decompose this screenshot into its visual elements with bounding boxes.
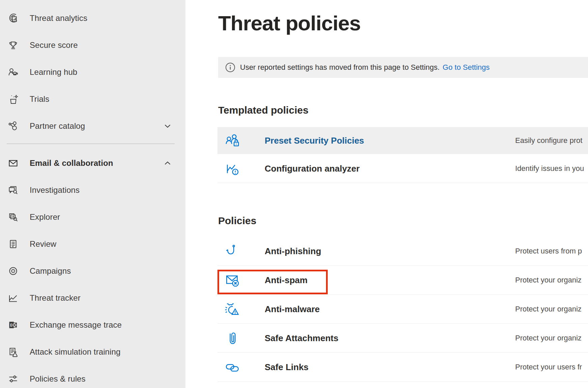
- sidebar-item-attack-simulation-training[interactable]: Attack simulation training: [0, 338, 185, 365]
- trials-icon: [7, 93, 19, 105]
- investigations-icon: [7, 184, 19, 196]
- partner-catalog-icon: [7, 120, 19, 132]
- sidebar-item-label: Learning hub: [30, 67, 77, 77]
- row-anti-malware[interactable]: Anti-malware Protect your organiz: [217, 295, 588, 324]
- threat-policies-page: Threat analytics Secure score: [0, 0, 588, 388]
- row-safe-attachments[interactable]: Safe Attachments Protect your organiz: [217, 324, 588, 353]
- policy-description: Easily configure prot: [515, 136, 582, 145]
- sidebar-item-label: Secure score: [30, 40, 78, 50]
- exchange-message-trace-icon: E: [7, 319, 19, 331]
- row-anti-spam[interactable]: Anti-spam Protect your organiz: [217, 266, 588, 295]
- anti-malware-icon: [224, 301, 240, 317]
- sidebar-item-label: Attack simulation training: [30, 347, 120, 357]
- sidebar-item-label: Exchange message trace: [30, 320, 122, 330]
- threat-tracker-icon: [7, 292, 19, 304]
- policies-heading: Policies: [218, 215, 256, 227]
- threat-analytics-icon: [7, 12, 19, 24]
- policy-name[interactable]: Preset Security Policies: [265, 136, 364, 146]
- sidebar-item-explorer[interactable]: Explorer: [0, 204, 185, 231]
- sidebar-item-exchange-message-trace[interactable]: E Exchange message trace: [0, 311, 185, 338]
- sidebar-item-learning-hub[interactable]: Learning hub: [0, 59, 185, 86]
- sidebar-item-partner-catalog[interactable]: Partner catalog: [0, 113, 185, 140]
- anti-spam-icon: [224, 272, 240, 288]
- policy-description: Protect your organiz: [515, 276, 582, 285]
- preset-security-policies-icon: [224, 132, 240, 149]
- sidebar: Threat analytics Secure score: [0, 0, 185, 388]
- policy-description: Protect your organiz: [515, 334, 582, 342]
- sidebar-item-secure-score[interactable]: Secure score: [0, 32, 185, 59]
- sidebar-item-label: Email & collaboration: [30, 158, 113, 168]
- policies-rules-icon: [7, 373, 19, 385]
- policy-name[interactable]: Configuration analyzer: [265, 163, 360, 174]
- secure-score-icon: [7, 39, 19, 51]
- sidebar-item-threat-analytics[interactable]: Threat analytics: [0, 5, 185, 32]
- sidebar-item-threat-tracker[interactable]: Threat tracker: [0, 285, 185, 311]
- policy-description: Protect your organiz: [515, 305, 582, 314]
- go-to-settings-link[interactable]: Go to Settings: [443, 63, 490, 72]
- sidebar-item-campaigns[interactable]: Campaigns: [0, 258, 185, 285]
- sidebar-item-review[interactable]: Review: [0, 231, 185, 258]
- campaigns-icon: [7, 265, 19, 277]
- info-banner: User reported settings has moved from th…: [218, 57, 588, 78]
- safe-links-icon: [224, 359, 240, 375]
- sidebar-item-label: Partner catalog: [30, 121, 85, 131]
- attack-simulation-training-icon: [7, 346, 19, 358]
- review-icon: [7, 238, 19, 250]
- explorer-icon: [7, 211, 19, 223]
- page-title: Threat policies: [218, 11, 361, 35]
- sidebar-divider: [7, 144, 175, 144]
- policy-name[interactable]: Anti-malware: [265, 304, 320, 314]
- sidebar-item-label: Threat tracker: [30, 293, 81, 303]
- sidebar-item-email-collaboration[interactable]: Email & collaboration: [0, 150, 185, 177]
- policy-name[interactable]: Safe Links: [265, 362, 308, 372]
- policy-description: Protect users from p: [515, 247, 582, 256]
- row-safe-links[interactable]: Safe Links Protect your users fr: [217, 353, 588, 382]
- sidebar-item-label: Investigations: [30, 185, 80, 195]
- learning-hub-icon: [7, 66, 19, 78]
- sidebar-item-investigations[interactable]: Investigations: [0, 177, 185, 204]
- chevron-down-icon[interactable]: [164, 124, 171, 128]
- sidebar-item-label: Review: [30, 239, 56, 249]
- email-collaboration-icon: [7, 157, 19, 169]
- sidebar-item-label: Policies & rules: [30, 374, 86, 384]
- policy-name[interactable]: Anti-spam: [265, 275, 307, 285]
- policy-description: Identify issues in you: [515, 164, 584, 173]
- anti-phishing-icon: [224, 243, 240, 259]
- sidebar-item-label: Explorer: [30, 212, 60, 222]
- policy-name[interactable]: Anti-phishing: [265, 246, 321, 256]
- sidebar-item-label: Trials: [30, 94, 49, 104]
- sidebar-item-policies-rules[interactable]: Policies & rules: [0, 365, 185, 388]
- chevron-up-icon[interactable]: [164, 161, 171, 166]
- policy-name[interactable]: Safe Attachments: [265, 333, 339, 343]
- row-preset-security-policies[interactable]: Preset Security Policies Easily configur…: [217, 127, 588, 154]
- safe-attachments-icon: [224, 330, 240, 346]
- sidebar-item-label: Campaigns: [30, 266, 71, 276]
- info-icon: [225, 62, 235, 72]
- sidebar-item-trials[interactable]: Trials: [0, 86, 185, 113]
- sidebar-item-label: Threat analytics: [30, 13, 87, 23]
- templated-policies-heading: Templated policies: [218, 105, 308, 116]
- configuration-analyzer-icon: [224, 160, 240, 177]
- row-configuration-analyzer[interactable]: Configuration analyzer Identify issues i…: [217, 154, 588, 183]
- banner-message: User reported settings has moved from th…: [240, 63, 440, 72]
- policy-description: Protect your users fr: [515, 363, 582, 371]
- row-anti-phishing[interactable]: Anti-phishing Protect users from p: [217, 237, 588, 266]
